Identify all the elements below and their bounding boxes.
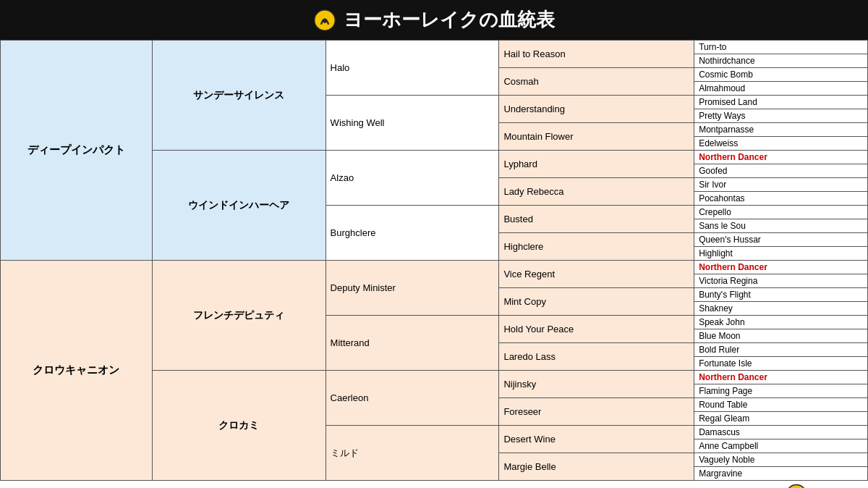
table-row: ディープインパクト サンデーサイレンス Halo Hail to Reason … bbox=[1, 41, 868, 54]
gen3-0: Halo bbox=[326, 41, 499, 96]
gen4-0: Hail to Reason bbox=[499, 41, 694, 68]
gen5-3a: Montparnasse bbox=[694, 123, 868, 137]
gen5-0a: Turn-to bbox=[694, 41, 868, 54]
gen3-6: Caerleon bbox=[326, 371, 499, 426]
gen4-10: Hold Your Peace bbox=[499, 316, 694, 343]
gen5-4a: Northern Dancer bbox=[694, 151, 868, 164]
gen5-3b: Edelweiss bbox=[694, 137, 868, 151]
gen5-6b: Sans le Sou bbox=[694, 219, 868, 233]
gen5-1a: Cosmic Bomb bbox=[694, 68, 868, 82]
gen4-4: Lyphard bbox=[499, 151, 694, 178]
gen5-14b: Anne Campbell bbox=[694, 439, 868, 453]
gen5-1b: Almahmoud bbox=[694, 82, 868, 96]
gen4-13: Foreseer bbox=[499, 398, 694, 426]
gen3-2: Alzao bbox=[326, 151, 499, 206]
gen5-9a: Bunty's Flight bbox=[694, 288, 868, 302]
gen3-4: Deputy Minister bbox=[326, 261, 499, 316]
gen1-top: ディープインパクト bbox=[1, 41, 153, 261]
gen5-6a: Crepello bbox=[694, 206, 868, 219]
gen4-11: Laredo Lass bbox=[499, 343, 694, 371]
gen5-9b: Shakney bbox=[694, 302, 868, 316]
page-wrapper: ヨーホーレイクの血統表 ディープインパクト サンデーサイレンス Halo Hai… bbox=[0, 0, 868, 488]
svg-point-2 bbox=[787, 485, 807, 489]
gen2-3: クロカミ bbox=[152, 371, 326, 481]
gen5-2b: Pretty Ways bbox=[694, 109, 868, 123]
gen3-7: ミルド bbox=[326, 426, 499, 481]
pedigree-table: ディープインパクト サンデーサイレンス Halo Hail to Reason … bbox=[0, 40, 868, 481]
gen1-bottom: クロウキャニオン bbox=[1, 261, 153, 481]
gen5-15a: Vaguely Noble bbox=[694, 453, 868, 467]
gen5-13a: Round Table bbox=[694, 398, 868, 412]
gen3-3: Burghclere bbox=[326, 206, 499, 261]
gen4-15: Margie Belle bbox=[499, 453, 694, 481]
page-footer: SPAIA bbox=[0, 481, 868, 488]
gen5-12a: Northern Dancer bbox=[694, 371, 868, 384]
svg-point-1 bbox=[323, 20, 327, 23]
footer-logo-icon bbox=[786, 484, 807, 488]
gen4-9: Mint Copy bbox=[499, 288, 694, 316]
gen5-10a: Speak John bbox=[694, 316, 868, 329]
gen5-2a: Promised Land bbox=[694, 96, 868, 109]
gen5-7a: Queen's Hussar bbox=[694, 233, 868, 247]
gen5-11b: Fortunate Isle bbox=[694, 357, 868, 371]
gen4-7: Highclere bbox=[499, 233, 694, 261]
table-row: クロウキャニオン フレンチデピュティ Deputy Minister Vice … bbox=[1, 261, 868, 274]
gen4-2: Understanding bbox=[499, 96, 694, 123]
gen5-15b: Margravine bbox=[694, 467, 868, 481]
gen4-3: Mountain Flower bbox=[499, 123, 694, 151]
gen4-6: Busted bbox=[499, 206, 694, 233]
gen5-11a: Bold Ruler bbox=[694, 343, 868, 357]
gen2-1: ウインドインハーヘア bbox=[152, 151, 326, 261]
page-header: ヨーホーレイクの血統表 bbox=[0, 0, 868, 40]
page-title: ヨーホーレイクの血統表 bbox=[344, 7, 555, 33]
gen2-2: フレンチデピュティ bbox=[152, 261, 326, 371]
gen3-5: Mitterand bbox=[326, 316, 499, 371]
gen5-10b: Blue Moon bbox=[694, 329, 868, 343]
gen4-14: Desert Wine bbox=[499, 426, 694, 453]
gen5-4b: Goofed bbox=[694, 164, 868, 178]
gen5-7b: Highlight bbox=[694, 247, 868, 261]
gen5-0b: Nothirdchance bbox=[694, 54, 868, 68]
gen5-8b: Victoria Regina bbox=[694, 274, 868, 288]
gen5-12b: Flaming Page bbox=[694, 384, 868, 398]
gen5-14a: Damascus bbox=[694, 426, 868, 439]
gen3-1: Wishing Well bbox=[326, 96, 499, 151]
gen4-8: Vice Regent bbox=[499, 261, 694, 288]
header-logo-icon bbox=[313, 9, 336, 32]
gen4-1: Cosmah bbox=[499, 68, 694, 96]
gen5-13b: Regal Gleam bbox=[694, 412, 868, 426]
gen2-0: サンデーサイレンス bbox=[152, 41, 326, 151]
gen5-5a: Sir Ivor bbox=[694, 178, 868, 192]
gen4-5: Lady Rebecca bbox=[499, 178, 694, 206]
gen5-5b: Pocahontas bbox=[694, 192, 868, 206]
gen4-12: Nijinsky bbox=[499, 371, 694, 398]
gen5-8a: Northern Dancer bbox=[694, 261, 868, 274]
